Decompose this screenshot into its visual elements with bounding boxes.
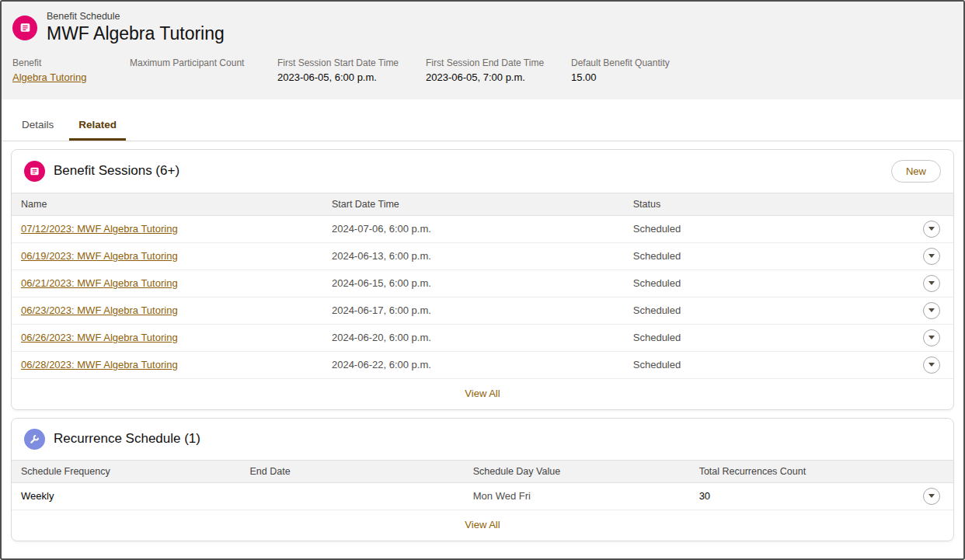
recurrence-table-header: Schedule Frequency End Date Schedule Day… — [12, 460, 953, 483]
row-actions-button[interactable] — [923, 248, 940, 265]
field-value-first-session-end: 2023-06-05, 7:00 p.m. — [426, 71, 571, 84]
benefit-sessions-icon — [24, 161, 45, 182]
record-tabbar: Details Related — [2, 110, 963, 141]
table-row: 06/28/2023: MWF Algebra Tutoring 2024-06… — [12, 352, 953, 379]
table-row: 06/19/2023: MWF Algebra Tutoring 2024-06… — [12, 243, 953, 270]
view-all-benefit-sessions-link[interactable]: View All — [465, 388, 500, 399]
field-value-default-benefit-quantity: 15.00 — [571, 71, 742, 84]
session-status: Scheduled — [624, 352, 910, 377]
tab-details[interactable]: Details — [12, 110, 63, 141]
benefit-link[interactable]: Algebra Tutoring — [12, 71, 86, 83]
benefit-sessions-title: Benefit Sessions (6+) — [54, 163, 179, 179]
session-link[interactable]: 06/23/2023: MWF Algebra Tutoring — [21, 304, 178, 316]
session-status: Scheduled — [624, 270, 910, 296]
session-start: 2024-06-15, 6:00 p.m. — [322, 270, 624, 296]
session-status: Scheduled — [624, 325, 910, 350]
column-header-status: Status — [624, 193, 910, 215]
tab-related[interactable]: Related — [69, 110, 126, 141]
chevron-down-icon — [928, 363, 935, 367]
session-status: Scheduled — [624, 216, 910, 242]
field-label-first-session-end: First Session End Date Time — [426, 57, 571, 68]
column-header-schedule-day-value: Schedule Day Value — [464, 461, 690, 482]
row-actions-button[interactable] — [923, 329, 940, 346]
field-value-first-session-start: 2023-06-05, 6:00 p.m. — [277, 71, 426, 84]
session-link[interactable]: 06/26/2023: MWF Algebra Tutoring — [21, 332, 178, 343]
column-header-total-recurrences-count: Total Recurrences Count — [690, 461, 910, 482]
session-link[interactable]: 06/28/2023: MWF Algebra Tutoring — [21, 359, 178, 370]
record-header: Benefit Schedule MWF Algebra Tutoring Be… — [2, 2, 963, 99]
session-status: Scheduled — [624, 297, 910, 323]
benefit-schedule-record-page: Benefit Schedule MWF Algebra Tutoring Be… — [0, 0, 965, 560]
highlights-panel: Benefit Algebra Tutoring Maximum Partici… — [12, 57, 953, 84]
recurrence-count: 30 — [690, 483, 910, 509]
session-start: 2024-06-17, 6:00 p.m. — [322, 297, 624, 323]
table-row: 06/23/2023: MWF Algebra Tutoring 2024-06… — [12, 297, 953, 325]
table-row: 06/21/2023: MWF Algebra Tutoring 2024-06… — [12, 270, 953, 297]
recurrence-schedule-icon — [24, 429, 45, 450]
column-header-name: Name — [12, 193, 322, 215]
recurrence-schedule-title: Recurrence Schedule (1) — [54, 431, 200, 447]
column-header-end-date: End Date — [241, 461, 464, 482]
session-link[interactable]: 06/19/2023: MWF Algebra Tutoring — [21, 250, 178, 262]
session-start: 2024-06-13, 6:00 p.m. — [322, 243, 624, 269]
benefit-sessions-table-header: Name Start Date Time Status — [12, 193, 953, 216]
chevron-down-icon — [928, 281, 935, 285]
entity-label: Benefit Schedule — [47, 11, 225, 22]
chevron-down-icon — [928, 494, 935, 498]
recurrence-schedule-card: Recurrence Schedule (1) Schedule Frequen… — [11, 418, 954, 541]
row-actions-button[interactable] — [923, 275, 940, 292]
column-header-schedule-frequency: Schedule Frequency — [12, 461, 241, 482]
chevron-down-icon — [928, 227, 935, 231]
session-start: 2024-07-06, 6:00 p.m. — [322, 216, 624, 242]
session-link[interactable]: 07/12/2023: MWF Algebra Tutoring — [21, 223, 178, 235]
field-label-default-benefit-quantity: Default Benefit Quantity — [571, 57, 742, 68]
table-row: 06/26/2023: MWF Algebra Tutoring 2024-06… — [12, 325, 953, 352]
field-label-first-session-start: First Session Start Date Time — [277, 57, 426, 68]
row-actions-button[interactable] — [923, 488, 940, 505]
page-title: MWF Algebra Tutoring — [47, 23, 225, 45]
table-row: Weekly Mon Wed Fri 30 — [12, 483, 953, 510]
session-status: Scheduled — [624, 243, 910, 269]
recurrence-end-date — [241, 489, 464, 503]
row-actions-button[interactable] — [923, 357, 940, 374]
chevron-down-icon — [928, 254, 935, 258]
chevron-down-icon — [928, 308, 935, 312]
session-start: 2024-06-22, 6:00 p.m. — [322, 352, 624, 377]
chevron-down-icon — [928, 336, 935, 339]
field-value-max-participant-count — [130, 71, 277, 84]
session-link[interactable]: 06/21/2023: MWF Algebra Tutoring — [21, 277, 178, 289]
new-benefit-session-button[interactable]: New — [891, 160, 941, 183]
field-label-max-participant-count: Maximum Participant Count — [130, 57, 277, 68]
recurrence-day-value: Mon Wed Fri — [464, 483, 690, 509]
column-header-start-date-time: Start Date Time — [322, 193, 624, 215]
benefit-schedule-icon — [12, 16, 37, 40]
row-actions-button[interactable] — [923, 302, 940, 319]
session-start: 2024-06-20, 6:00 p.m. — [322, 325, 624, 350]
recurrence-frequency: Weekly — [12, 483, 241, 509]
benefit-sessions-card: Benefit Sessions (6+) New Name Start Dat… — [11, 149, 954, 410]
field-label-benefit: Benefit — [12, 57, 130, 68]
table-row: 07/12/2023: MWF Algebra Tutoring 2024-07… — [12, 216, 953, 243]
view-all-recurrence-link[interactable]: View All — [465, 519, 500, 530]
row-actions-button[interactable] — [923, 221, 940, 238]
